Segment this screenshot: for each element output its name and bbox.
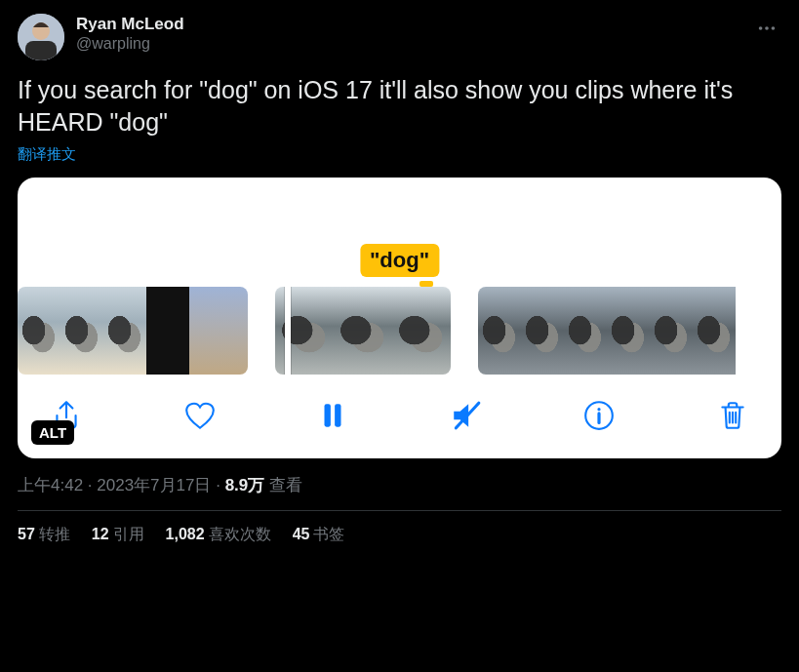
svg-rect-6 [325, 404, 331, 426]
info-button[interactable] [579, 396, 619, 435]
svg-point-3 [759, 26, 763, 30]
quotes-stat[interactable]: 12引用 [92, 525, 144, 545]
video-timeline[interactable] [18, 287, 781, 375]
translate-link[interactable]: 翻译推文 [18, 145, 76, 164]
svg-point-4 [765, 26, 769, 30]
likes-stat[interactable]: 1,082喜欢次数 [166, 525, 271, 545]
svg-point-10 [598, 408, 601, 411]
media-controls [18, 375, 781, 458]
mute-button[interactable] [447, 396, 486, 435]
handle: @warpling [76, 34, 752, 54]
tweet-stats: 57转推 12引用 1,082喜欢次数 45书签 [18, 511, 781, 545]
tweet-header: Ryan McLeod @warpling [18, 14, 781, 60]
display-name: Ryan McLeod [76, 14, 752, 34]
tweet-text: If you search for "dog" on iOS 17 it'll … [18, 74, 781, 138]
media-card[interactable]: "dog" [18, 178, 781, 458]
favorite-button[interactable] [180, 396, 220, 435]
tweet-time: 上午4:42 [18, 476, 83, 494]
author-block[interactable]: Ryan McLeod @warpling [76, 14, 752, 54]
svg-rect-7 [335, 404, 340, 426]
views-label: 查看 [269, 476, 302, 494]
clip-group[interactable] [18, 287, 248, 375]
clip-group-active[interactable] [275, 287, 451, 375]
views-count: 8.9万 [225, 476, 265, 494]
more-button[interactable] [752, 14, 781, 43]
svg-point-5 [772, 26, 776, 30]
svg-rect-2 [25, 41, 57, 60]
delete-button[interactable] [713, 396, 752, 435]
media-top: "dog" [18, 178, 781, 287]
clip-group[interactable] [478, 287, 781, 375]
bookmarks-stat[interactable]: 45书签 [293, 525, 345, 545]
search-chip: "dog" [360, 244, 439, 277]
avatar[interactable] [18, 14, 64, 60]
retweets-stat[interactable]: 57转推 [18, 525, 70, 545]
playhead-icon[interactable] [285, 287, 291, 375]
pause-button[interactable] [313, 396, 352, 435]
tweet-container: Ryan McLeod @warpling If you search for … [0, 0, 799, 557]
tweet-date: 2023年7月17日 [97, 476, 211, 494]
tweet-meta[interactable]: 上午4:42 · 2023年7月17日 · 8.9万 查看 [18, 474, 781, 496]
alt-badge[interactable]: ALT [31, 420, 74, 445]
